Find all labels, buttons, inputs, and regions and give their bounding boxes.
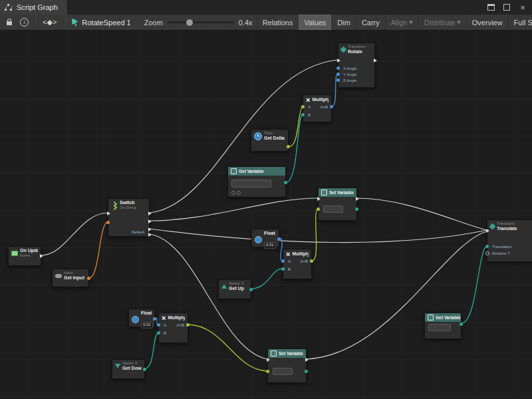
float-output-port[interactable] [287,145,290,148]
close-button[interactable]: × [519,3,527,11]
value-input-port[interactable] [317,207,320,211]
node-get-variable-right[interactable]: Get Variable [424,313,462,339]
node-get-input-string[interactable]: Input Get Input String [52,269,89,287]
node-set-variable-mid[interactable]: Set Variable [318,188,357,221]
graph-breadcrumb[interactable]: RotateSpeed 1 [66,15,136,30]
value-output-port[interactable] [460,323,463,326]
wire-switch-to-translate[interactable] [150,229,487,243]
value-output-port[interactable] [284,181,287,184]
zoom-slider-handle[interactable] [186,19,193,26]
node-float-literal-bottom[interactable]: Float 0.01 [128,309,155,327]
info-button[interactable]: i [16,15,33,30]
fallback-input-port[interactable] [237,191,241,195]
variable-name-dropdown[interactable] [273,368,293,375]
control-output-port[interactable] [148,211,152,215]
value-input-port[interactable] [266,370,269,373]
zoom-to-fit-button[interactable]: <◆> [37,15,62,30]
control-output-port[interactable] [374,59,377,63]
wire-getinputstring-to-switch[interactable] [89,222,108,278]
node-transform-translate[interactable]: Transform Translate Translation Relative… [487,219,532,262]
z-angle-input-port[interactable] [336,78,340,82]
input-port-a[interactable] [301,105,305,108]
string-output-port[interactable] [87,277,90,280]
node-transform-rotate[interactable]: Transform Rotate X Angle Y Angle Z Angle [338,43,375,88]
node-on-update[interactable]: On Update Event [8,246,41,266]
control-output-port[interactable] [148,219,152,223]
align-dropdown-button[interactable]: Align▾ [385,15,418,30]
node-text: Vector 3 Get Down [122,361,142,372]
string-input-port[interactable] [106,221,110,224]
node-multiply-mid[interactable]: × Multiply A A×B B [283,249,312,279]
float-output-port[interactable] [277,237,281,241]
tab-script-graph[interactable]: Script Graph [0,0,68,15]
control-output-port[interactable] [305,358,309,362]
zoom-slider[interactable] [168,15,234,30]
values-button[interactable]: Values [298,15,331,30]
relative-to-input-port[interactable] [485,251,489,255]
wire-getdown-to-multiply-bottom[interactable] [145,332,158,368]
node-get-variable-top[interactable]: Get Variable [227,166,286,198]
graph-canvas[interactable]: On Update Event Input Get Input String [0,31,532,399]
variable-name-dropdown[interactable] [428,324,451,331]
zoom-slider-track[interactable] [168,21,234,23]
input-port-b[interactable] [281,267,285,271]
vector-output-port[interactable] [143,368,146,371]
input-port-a[interactable] [157,323,160,327]
control-input-port[interactable] [317,197,321,201]
node-switch-on-string[interactable]: Switch On String Default [108,198,150,237]
float-icon [132,316,139,323]
wire-multiply-bottom-to-setvariable-bottom[interactable] [188,325,267,371]
result-output-port[interactable] [186,323,190,327]
default-output-port[interactable] [148,233,152,237]
control-input-port[interactable] [337,59,340,63]
x-angle-input-port[interactable] [336,66,340,70]
control-input-port[interactable] [107,211,110,215]
relations-button[interactable]: Relations [257,15,299,30]
control-input-port[interactable] [267,358,270,362]
distribute-dropdown-button[interactable]: Distribute▾ [418,15,466,30]
wire-onupdate-to-switch[interactable] [41,213,108,255]
wire-multiply-mid-to-setvariable-mid[interactable] [312,209,318,261]
wire-switch-to-setvariable-mid[interactable] [150,198,318,221]
maximize-button[interactable] [503,3,511,11]
variable-name-dropdown[interactable] [231,180,271,188]
y-angle-input-port[interactable] [336,72,340,76]
carry-button[interactable]: Carry [356,15,385,30]
node-set-variable-bottom[interactable]: Set Variable [267,348,307,383]
wire-getup-to-multiply-mid[interactable] [251,269,283,289]
node-float-literal-mid[interactable]: Float 0.01 [251,229,279,247]
input-port-b[interactable] [157,331,160,334]
control-output-port[interactable] [40,254,43,258]
node-vector3-get-down[interactable]: Vector 3 Get Down [112,359,145,379]
node-get-delta-time[interactable]: Time Get Delta Time [251,129,289,152]
wire-getdeltatime-to-multiply-top[interactable] [289,106,303,146]
input-port-a[interactable] [281,259,285,263]
node-multiply-top[interactable]: × Multiply A A×B B [303,94,332,122]
value-output-port[interactable] [305,370,308,373]
object-input-port[interactable] [231,191,235,195]
variable-node-header: Set Variable [319,188,356,197]
result-output-port[interactable] [310,259,313,263]
dim-button[interactable]: Dim [331,15,356,30]
input-port-b[interactable] [301,113,305,116]
node-multiply-bottom[interactable]: × Multiply A A×B B [158,313,188,343]
result-output-port[interactable] [330,105,333,108]
wire-setvariable-mid-to-translate[interactable] [357,198,487,230]
overview-button[interactable]: Overview [466,15,508,30]
node-vector3-get-up[interactable]: Vector 3 Get Up [218,279,251,299]
float-value-field[interactable]: 0.01 [141,322,153,329]
control-input-port[interactable] [486,229,489,233]
float-value-field[interactable]: 0.01 [264,242,276,249]
control-output-port[interactable] [148,227,152,231]
lock-button[interactable] [3,15,16,30]
value-output-port[interactable] [355,207,358,211]
wire-setvariable-bottom-to-translate[interactable] [307,231,487,359]
float-output-port[interactable] [153,317,156,321]
translation-input-port[interactable] [485,245,489,248]
vector-output-port[interactable] [249,288,253,291]
variable-name-dropdown[interactable] [323,205,343,213]
control-output-port[interactable] [356,197,359,201]
window-layout-button[interactable] [487,3,495,11]
wire-getvariable-right-to-translate[interactable] [462,246,487,323]
full-screen-button[interactable]: Full Screen [508,15,532,30]
